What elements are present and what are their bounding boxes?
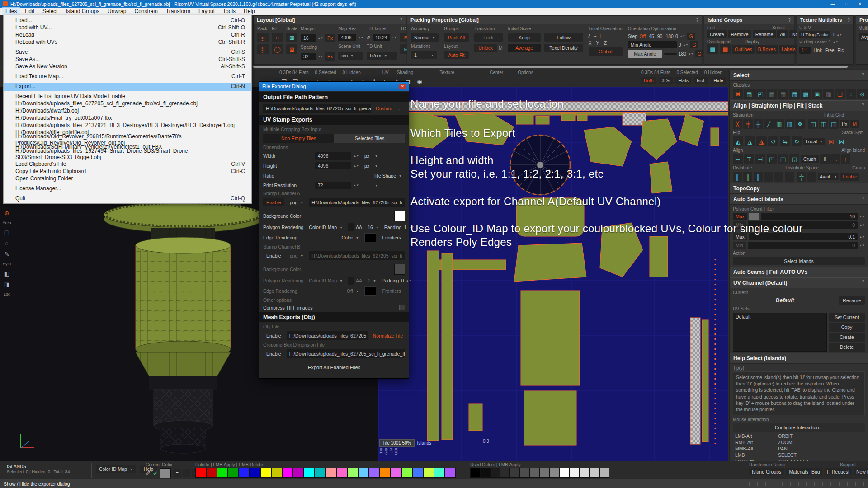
palette-swatch[interactable] [423,468,434,478]
files-menu-item[interactable]: ReLoad with UVs Ctrl-Shift-R [4,38,251,47]
used-color-swatch[interactable] [490,468,500,478]
uv-set-action-button[interactable]: Set Current [829,313,865,322]
color-op-button[interactable]: - [183,469,190,477]
menu-bar-item[interactable]: Island Groups [62,7,103,15]
uv-sets-list[interactable]: Default [733,313,827,352]
files-menu-item[interactable]: H:/Downloads/uploads_files_2137921_BE3_D… [4,122,251,129]
align-island-right-icon[interactable]: → [830,154,840,164]
help-icon[interactable]: ? [400,18,402,23]
poly-min-stepper[interactable]: ▲▼ [859,224,865,226]
channel-a-enable-button[interactable]: Enable [263,198,284,206]
align-middle-icon[interactable]: ◱ [778,154,788,164]
orientation-option[interactable]: / [589,33,590,38]
step-stepper[interactable]: ▲▼ [680,35,685,38]
orientation-option[interactable]: -- [594,33,597,38]
min-angle-g-button[interactable]: G [690,41,698,48]
dialog-close-button[interactable]: ✕ [399,84,406,89]
flip-space-dropdown[interactable]: Local▼ [803,138,825,145]
palette-swatch[interactable] [380,468,391,478]
pack-icon[interactable]: ⣶ [257,33,269,42]
minimize-button[interactable]: — [831,1,835,6]
straighten-cross-icon[interactable]: ╳ [733,119,742,129]
uv-tab[interactable]: Tra [379,448,383,454]
flip-horizontal-icon[interactable]: ◭ [733,136,743,146]
stack-sym-right-icon[interactable]: ⋈ [837,136,846,146]
fit-grid-snap-icon[interactable]: ◫ [829,119,839,129]
files-menu-item[interactable]: Save Ctrl-S [4,48,251,56]
normalize-tile-button[interactable]: Normalize Tile [370,332,405,340]
orbit-center-icon[interactable]: ⊕ [5,210,9,216]
help-icon[interactable]: ? [847,18,850,23]
menu-bar-item[interactable]: Files [2,7,20,15]
pack-all-button[interactable]: Pack All [444,33,469,42]
pack-add-icon[interactable]: ⣿ [257,44,269,54]
ratio-1-1-button[interactable]: 1:1 [799,47,811,54]
select-grid-icon[interactable]: ▦ [744,89,755,99]
fit-grid-px-button[interactable]: Px [840,120,849,128]
print-unit-dropdown[interactable]: ▼ [361,183,381,188]
align-island-gap-icon[interactable]: ‖ [820,154,830,164]
keep-button[interactable]: Keep [508,33,541,42]
spacing-stepper[interactable]: ▲▼ [318,55,323,58]
palette-swatch[interactable] [358,468,369,478]
select-grid-bright-icon[interactable]: ▦ [789,89,800,99]
channel-a-format-dropdown[interactable]: png▼ [287,198,307,206]
used-color-swatch[interactable] [470,468,480,478]
fit-all-icon[interactable]: ◯ [272,44,283,54]
polygon-color-b-box[interactable] [348,277,354,285]
poly-max-toggle[interactable]: Max [733,213,747,220]
global-button[interactable]: Global [589,47,623,56]
align-bottom-icon[interactable]: ◲ [789,154,799,164]
align-island-up-icon[interactable]: ↑ [841,154,850,164]
map-rez-stepper[interactable]: ▲▼ [358,36,363,39]
edge-mode-b-dropdown[interactable]: Off▼ [344,287,362,295]
grid-rotate-icon[interactable]: ❖ [795,119,805,129]
viewport-filter-button[interactable]: Isol. [694,77,708,84]
viewport-filter-button[interactable]: Hide [711,77,726,84]
select-overlap-icon[interactable]: ❏ [835,89,845,99]
files-menu-item[interactable]: Quit Ctrl-Q [4,195,251,202]
files-menu-item[interactable]: License Manager... [4,185,251,193]
viewport-filter-button[interactable]: 3Ds [659,77,673,84]
link-button[interactable]: Link [814,48,822,53]
area-min-toggle[interactable]: Min [733,242,746,249]
distribute-v1-icon[interactable]: ≡ [764,172,773,182]
palette-swatch[interactable] [369,468,380,478]
palette-swatch[interactable] [228,468,239,478]
used-color-swatch[interactable] [530,468,540,478]
lasso-select-icon[interactable]: ◌ [5,240,9,247]
select-grid-dim-icon[interactable]: ▦ [767,89,777,99]
scene-unit-dropdown[interactable]: cm▼ [338,52,363,60]
stack-sym-left-icon[interactable]: ⋈ [826,136,836,146]
palette-swatch[interactable] [293,468,304,478]
used-color-swatch[interactable] [550,468,560,478]
rotate-ccw-icon[interactable]: ↺ [768,136,778,146]
axis-option[interactable]: Z [604,40,607,46]
support-button[interactable]: New Release [854,468,868,475]
print-resolution-input[interactable]: 72 [315,182,351,189]
margin-px-button[interactable]: Px [325,34,335,42]
menu-bar-item[interactable]: Unwrap [104,7,130,15]
help-icon[interactable]: ? [696,18,698,23]
crop-path-input[interactable]: H:\Downloads\uploads_files_627205_sci_fi… [287,349,405,358]
background-color-swatch[interactable] [394,211,405,221]
align-center-icon[interactable]: ⊤ [744,154,754,164]
files-menu-item[interactable]: Save As New Version Alt-Shift-S [4,63,251,71]
files-menu-item[interactable]: H:/Downloads/Final_try_out001a007.fbx [4,114,251,122]
current-color-swatch[interactable] [160,468,171,478]
height-input[interactable]: 4096 [315,162,351,169]
clear-selection-icon[interactable]: ✖ [733,89,743,99]
files-menu-item[interactable]: Save As... Ctrl-Shift-S [4,56,251,63]
axis-option[interactable]: Y [596,40,599,46]
distribute-space-dropdown[interactable]: Avail.▼ [818,173,839,180]
uv-tab[interactable]: UV [389,448,393,454]
td-target-stepper[interactable]: ▲▼ [392,36,397,39]
align-left-icon[interactable]: ⊢ [733,154,743,164]
select-all-button[interactable]: All [777,30,788,38]
grid-quad-icon[interactable]: ▦ [785,119,794,129]
edge-color-swatch[interactable] [364,233,376,242]
obj-enable-button[interactable]: Enable [263,332,284,340]
ratio-dropdown[interactable]: Tile Shape▼ [370,172,405,180]
area-min-input[interactable]: 0 [748,242,858,249]
channel-b-path-input[interactable]: H:\Downloads\uploads_files_627205_sci_fi… [309,251,405,260]
